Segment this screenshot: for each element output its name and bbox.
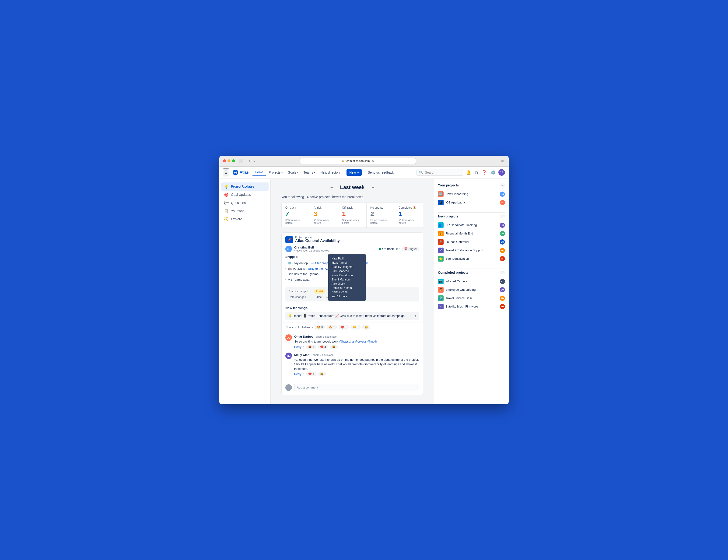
add-comment-row: Add a comment xyxy=(282,382,423,395)
reaction-fire[interactable]: 🔥 1 xyxy=(327,325,337,329)
comment-0-reaction-heart[interactable]: ❤️ 3 xyxy=(318,345,328,349)
comment-1-reply[interactable]: Reply xyxy=(294,372,301,376)
stat-no-update[interactable]: No update 2 Same as week before xyxy=(367,203,395,227)
sidebar-toggle-button[interactable]: ⬜ xyxy=(238,159,245,163)
comment-0-actions: Reply • 🤩 3 ❤️ 3 😄 xyxy=(294,345,419,349)
stat-change-at-risk: +1 from week before xyxy=(314,219,334,224)
completed-projects-section: Completed projects 4 📷 Infrared Camera I… xyxy=(438,271,505,311)
completed-project-0[interactable]: 📷 Infrared Camera IC xyxy=(438,277,505,286)
your-work-icon: 📋 xyxy=(224,209,229,213)
comment-1: MC Molly Clark about 7 hours ago +1 love… xyxy=(285,353,419,377)
search-box[interactable]: 🔍 Search xyxy=(417,169,463,176)
your-project-1[interactable]: 📱 iOS App Launch IL xyxy=(438,198,505,207)
share-label[interactable]: Share xyxy=(285,325,294,329)
month-text: August xyxy=(409,247,417,251)
comment-0-body: Omar Darboe about 9 hours ago So so exci… xyxy=(294,334,419,349)
learning-item[interactable]: 💡 Recent 🚦 traffic + subsequent 📈 CVR du… xyxy=(285,312,419,320)
completed-project-1-name: Employee Onboarding xyxy=(445,288,498,291)
comment-1-time: about 7 hours ago xyxy=(313,353,334,356)
app-logo[interactable]: Atlas xyxy=(233,170,249,175)
comment-1-reaction-heart[interactable]: ❤️ 1 xyxy=(306,372,316,376)
sidebar-item-goal-updates[interactable]: 🎯 Goal Updates xyxy=(221,191,269,199)
minimize-button[interactable] xyxy=(227,159,231,162)
sidebar-item-explore[interactable]: 🧭 Explore xyxy=(221,215,269,223)
sidebar-item-project-updates[interactable]: 💡 Project Updates xyxy=(221,182,269,191)
nav-goals[interactable]: Goals ▾ xyxy=(285,169,301,176)
reaction-smile[interactable]: 😄 xyxy=(362,325,370,329)
add-comment-input[interactable]: Add a comment xyxy=(294,384,419,391)
reaction-fist[interactable]: 🤜 6 xyxy=(350,325,361,329)
new-tab-button[interactable]: ⧉ xyxy=(500,158,505,163)
user-avatar[interactable]: CB xyxy=(498,169,505,176)
comment-0-reaction-wow[interactable]: 🤩 3 xyxy=(306,345,316,349)
reaction-heart[interactable]: ❤️ 3 xyxy=(339,325,349,329)
project-name[interactable]: Atlas General Availability xyxy=(295,239,340,243)
stats-grid: On track 7 -2 from week before At risk 3… xyxy=(281,203,423,228)
nav-projects[interactable]: Projects ▾ xyxy=(266,169,285,176)
completed-project-0-name: Infrared Camera xyxy=(445,280,498,283)
notifications-button[interactable]: 🔔 xyxy=(465,169,472,176)
stat-value-no-update: 2 xyxy=(370,210,391,218)
author-meta[interactable]: 4 days ago • 21 people viewed xyxy=(294,249,377,252)
app-grid-button[interactable]: ⠿ xyxy=(223,168,229,176)
status-badge: On track for 📅 August xyxy=(379,247,419,251)
settings-button[interactable]: ⚙️ xyxy=(490,169,497,176)
comment-1-text: +1 loved that. Weirdly, it shows up on t… xyxy=(294,357,419,371)
completed-project-1[interactable]: 🧑‍💼 Employee Onboarding EO xyxy=(438,286,505,294)
project-updates-icon: 💡 xyxy=(224,184,229,189)
traffic-lights xyxy=(223,159,235,162)
stat-at-risk[interactable]: At risk 3 +1 from week before xyxy=(310,203,338,227)
reaction-wow[interactable]: 🤩 3 xyxy=(315,325,325,329)
prev-week-button[interactable]: ← xyxy=(328,184,335,190)
new-project-1-avatar: FM xyxy=(500,231,505,236)
sidebar-item-questions[interactable]: 💬 Questions xyxy=(221,199,269,207)
forward-button[interactable]: › xyxy=(252,158,256,164)
for-label: for xyxy=(396,247,399,251)
new-project-0[interactable]: 👥 HR Candidate Tracking HR xyxy=(438,221,505,229)
new-project-3[interactable]: ✈️ Travel & Relocation Support TR xyxy=(438,246,505,255)
mention-crystal[interactable]: @crystal xyxy=(355,340,367,343)
help-button[interactable]: ❓ xyxy=(481,169,488,176)
completed-project-2[interactable]: 🌍 Travel Service Desk TD xyxy=(438,294,505,302)
your-project-0[interactable]: 🆕 New Onboarding NO xyxy=(438,190,505,198)
stat-completed[interactable]: Completed 🎉 1 +1 from week before xyxy=(395,203,423,227)
refresh-icon[interactable]: ↻ xyxy=(372,159,374,163)
comments-section: OD Omar Darboe about 9 hours ago So so e… xyxy=(282,332,423,382)
switcher-button[interactable]: ⧉ xyxy=(474,169,479,176)
sidebar-item-your-work[interactable]: 📋 Your work xyxy=(221,207,269,215)
stat-label-on-track: On track xyxy=(285,206,306,209)
new-button[interactable]: New ▾ xyxy=(347,169,362,176)
comment-1-reaction-smile[interactable]: 😄 xyxy=(318,372,326,376)
comment-0-reaction-smile[interactable]: 😄 xyxy=(330,345,338,349)
new-project-0-icon: 👥 xyxy=(438,222,444,228)
viewer-2: Bradley Rodgers xyxy=(332,265,362,269)
comment-0-reply[interactable]: Reply xyxy=(294,345,301,349)
completed-project-3[interactable]: 🛰️ Satellite Mesh Firmware SM xyxy=(438,302,505,311)
mention-hassana[interactable]: @hassana xyxy=(339,340,354,343)
feedback-button[interactable]: Send us feedback xyxy=(365,169,396,176)
nav-teams[interactable]: Teams ▾ xyxy=(301,169,318,176)
nav-home[interactable]: Home xyxy=(252,169,266,176)
mention-molly[interactable]: @molly xyxy=(367,340,378,343)
unfollow-label[interactable]: Unfollow xyxy=(298,325,310,329)
stat-value-completed: 1 xyxy=(399,210,419,218)
sidebar-label-explore: Explore xyxy=(231,217,242,221)
nav-help[interactable]: Help directory xyxy=(318,169,343,176)
maximize-button[interactable] xyxy=(232,159,235,162)
browser-nav: ‹ › xyxy=(247,158,256,164)
stat-on-track[interactable]: On track 7 -2 from week before xyxy=(282,203,310,227)
your-project-1-name: iOS App Launch xyxy=(445,201,498,204)
back-button[interactable]: ‹ xyxy=(247,158,251,164)
close-button[interactable] xyxy=(223,159,226,162)
learnings-title: New learnings xyxy=(285,306,419,310)
stat-off-track[interactable]: Off track 1 Same as week before xyxy=(338,203,367,227)
stats-description: You're following 14 active projects, her… xyxy=(281,195,423,199)
new-project-0-name: HR Candidate Tracking xyxy=(445,223,498,227)
new-project-2[interactable]: 🚀 Launch Controller LC xyxy=(438,238,505,246)
new-project-4[interactable]: ⭐ Star Identification SI xyxy=(438,255,505,263)
next-week-button[interactable]: → xyxy=(369,184,377,190)
explore-icon: 🧭 xyxy=(224,217,229,221)
author-name[interactable]: Christina Bell xyxy=(294,246,377,249)
address-bar[interactable]: 🔒 team.atlassian.com ↻ xyxy=(300,158,416,164)
new-project-1[interactable]: 💰 Financial Month End FM xyxy=(438,229,505,238)
